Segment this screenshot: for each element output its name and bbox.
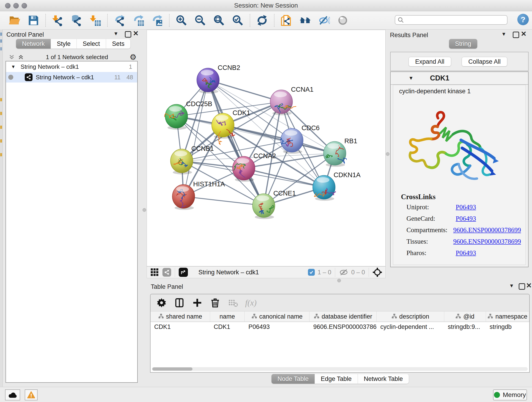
function-builder-icon[interactable]: f(x) [246, 298, 256, 308]
table-panel-menu-caret[interactable]: ▼ [509, 283, 514, 289]
tab-edge-table[interactable]: Edge Table [315, 374, 358, 384]
open-session-icon[interactable] [8, 14, 21, 27]
horizontal-scrollbar[interactable] [152, 367, 528, 371]
birdseye-grid-icon[interactable] [151, 268, 159, 276]
crosslink-value-link[interactable]: P06493 [456, 249, 476, 257]
tab-node-table[interactable]: Node Table [272, 374, 315, 384]
zoom-selected-icon[interactable] [231, 14, 244, 27]
network-node-RB1[interactable]: RB1 [323, 137, 357, 167]
table-cell[interactable]: cyclin-dependent ... [377, 322, 444, 332]
tab-string[interactable]: String [449, 39, 477, 49]
search-box[interactable] [395, 15, 507, 25]
table-cell[interactable]: P06493 [245, 322, 310, 332]
column-header-name[interactable]: name [210, 312, 245, 322]
zoom-fit-icon[interactable] [213, 14, 225, 27]
network-graph[interactable]: CCNB2CCNA1CDC25BCDK1CDC6RB1CCNB1CCNA2CDK… [147, 30, 385, 266]
tab-sets[interactable]: Sets [106, 39, 130, 49]
home-icon[interactable] [299, 14, 312, 27]
refresh-view-icon[interactable] [256, 14, 268, 27]
delete-table-icon[interactable] [228, 298, 238, 308]
crosslink-value-link[interactable]: P06493 [456, 203, 476, 211]
node-collapse-caret-icon[interactable]: ▼ [409, 75, 413, 81]
network-view-canvas[interactable]: CCNB2CCNA1CDC25BCDK1CDC6RB1CCNB1CCNA2CDK… [147, 30, 386, 266]
tab-network-table[interactable]: Network Table [358, 374, 409, 384]
network-edge-CCNA2-CDKN1A[interactable] [244, 168, 324, 187]
save-session-icon[interactable] [27, 14, 40, 27]
import-network-icon[interactable] [51, 14, 64, 27]
selected-checkbox-icon[interactable] [308, 269, 315, 276]
help-button[interactable]: ? [517, 14, 529, 25]
control-panel-float-icon[interactable] [125, 31, 131, 38]
crosslink-value-link[interactable]: 9606.ENSP00000378699 [453, 238, 521, 245]
control-panel-menu-caret[interactable]: ▼ [114, 31, 119, 37]
tab-select[interactable]: Select [76, 39, 106, 49]
network-edge-HIST1H1A-CCNE1[interactable] [184, 196, 264, 206]
network-node-CDKN1A[interactable]: CDKN1A [313, 171, 361, 201]
column-header-shared-name[interactable]: shared name [151, 312, 210, 322]
show-graphics-details-icon[interactable] [336, 14, 349, 27]
column-header-database-identifier[interactable]: database identifier [310, 312, 377, 322]
network-node-CDC6[interactable]: CDC6 [280, 124, 320, 154]
splitter-handle[interactable] [143, 208, 146, 212]
table-cell[interactable]: CDK1 [210, 322, 245, 332]
crosslink-value-link[interactable]: P06493 [456, 215, 476, 222]
results-panel-float-icon[interactable] [513, 32, 519, 38]
search-input[interactable] [406, 16, 507, 24]
hidden-eye-icon[interactable] [339, 269, 348, 276]
manage-columns-icon[interactable] [174, 298, 184, 308]
table-cell[interactable]: CDK1 [151, 322, 210, 332]
column-header-namespace[interactable]: namespace [486, 312, 529, 322]
import-database-icon[interactable] [70, 14, 83, 27]
expand-all-button[interactable]: Expand All [409, 57, 451, 66]
column-header-description[interactable]: description [377, 312, 444, 322]
results-panel-menu-caret[interactable]: ▼ [501, 31, 506, 37]
tab-style[interactable]: Style [51, 39, 76, 49]
table-panel-close-icon[interactable]: ✕ [526, 283, 532, 288]
column-header-@id[interactable]: @id [444, 312, 486, 322]
table-cell[interactable]: stringdb [486, 322, 529, 332]
results-panel-close-icon[interactable]: ✕ [521, 32, 526, 36]
node-header-row[interactable]: ▼ CDK1 [391, 72, 528, 85]
network-overview-share-icon[interactable] [162, 268, 171, 277]
gear-icon[interactable]: ⚙ [130, 52, 137, 62]
add-column-icon[interactable] [192, 298, 202, 308]
toolbar-group [113, 14, 164, 27]
network-collection-row[interactable]: ▼ String Network – cdk1 1 [6, 61, 137, 72]
control-panel-close-icon[interactable]: ✕ [133, 31, 139, 36]
collection-caret-icon[interactable]: ▼ [11, 64, 16, 70]
export-network-icon[interactable] [113, 14, 126, 27]
import-table-icon[interactable] [89, 14, 102, 27]
cloud-button[interactable] [5, 389, 20, 400]
splitter-handle[interactable] [337, 279, 341, 282]
tab-network[interactable]: Network [16, 39, 51, 49]
table-cell[interactable]: 9606.ENSP00000378699 [310, 322, 377, 332]
export-image-icon[interactable] [151, 14, 164, 27]
crosshair-icon[interactable] [373, 268, 382, 277]
expand-all-icon[interactable] [17, 54, 24, 60]
splitter-handle[interactable] [386, 152, 389, 156]
table-cell[interactable]: stringdb:9... [444, 322, 486, 332]
network-row[interactable]: String Network – cdk1 11 48 [6, 72, 137, 83]
collapse-all-button[interactable]: Collapse All [462, 57, 507, 66]
network-node-CCNA1[interactable]: CCNA1 [270, 86, 313, 115]
column-header-canonical-name[interactable]: canonical name [245, 312, 310, 322]
delete-column-icon[interactable] [210, 298, 220, 308]
warning-button[interactable] [25, 389, 38, 400]
export-table-icon[interactable] [132, 14, 145, 27]
crosslink-value-link[interactable]: 9606.ENSP00000378699 [453, 226, 521, 234]
collapse-all-icon[interactable] [8, 54, 15, 60]
hide-graphics-details-icon[interactable] [317, 14, 330, 27]
zoom-out-icon[interactable] [194, 14, 207, 27]
detach-view-icon[interactable] [179, 268, 188, 277]
zoom-in-icon[interactable] [175, 14, 188, 27]
table-panel-float-icon[interactable] [519, 283, 525, 290]
memory-button[interactable]: Memory [493, 389, 527, 400]
scrollbar-thumb[interactable] [152, 367, 192, 370]
network-node-CCNB2[interactable]: CCNB2 [197, 64, 240, 94]
network-node-HIST1H1A[interactable]: HIST1H1A [172, 180, 225, 210]
toolbar-group [51, 14, 102, 27]
table-settings-icon[interactable] [157, 298, 167, 308]
table-row[interactable]: CDK1CDK1P064939606.ENSP00000378699cyclin… [151, 322, 529, 332]
crosslink-row: Pharos:P06493 [406, 249, 521, 257]
string-import-icon[interactable] [280, 14, 293, 27]
